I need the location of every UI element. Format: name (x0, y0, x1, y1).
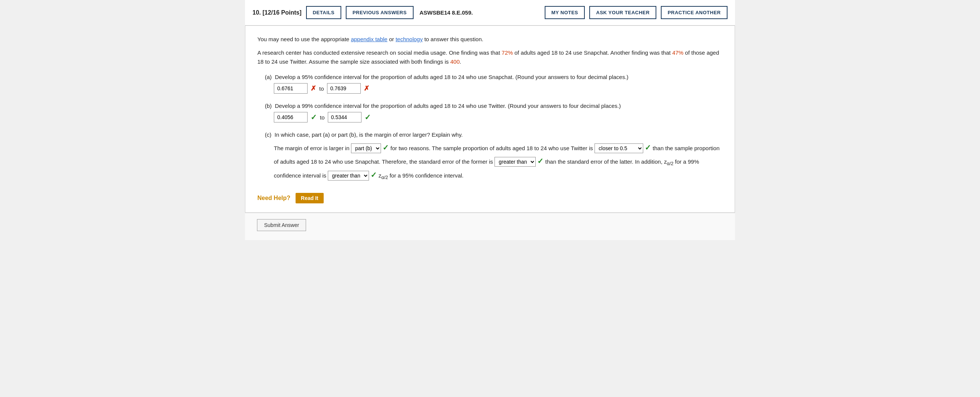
part-c-select4[interactable]: greater than less than equal to (328, 171, 369, 181)
part-c-select3-correct-icon: ✓ (537, 157, 544, 165)
appendix-link[interactable]: appendix table (351, 36, 388, 42)
part-c-select1[interactable]: part (b) part (a) (351, 143, 381, 153)
part-c-select1-correct-icon: ✓ (382, 143, 389, 152)
part-b-answer-row: 0.4056 ✓ to 0.5344 ✓ (274, 112, 723, 122)
technology-link[interactable]: technology (396, 36, 423, 42)
intro-text-1c: to answer this question. (423, 36, 483, 42)
part-b-input2[interactable]: 0.5344 (328, 112, 361, 122)
part-a-label: (a) Develop a 95% confidence interval fo… (265, 74, 723, 80)
part-b-to-label: to (320, 114, 325, 121)
intro-2-end: . (460, 59, 461, 65)
content-area: You may need to use the appropriate appe… (245, 25, 735, 213)
pct-72: 72% (502, 49, 513, 56)
part-c-letter: (c) (265, 132, 272, 138)
part-c-explanation: The margin of error is larger in part (b… (274, 141, 723, 182)
problem-id: ASWSBE14 8.E.059. (420, 10, 473, 16)
read-it-button[interactable]: Read It (296, 193, 324, 203)
right-buttons: MY NOTES ASK YOUR TEACHER PRACTICE ANOTH… (545, 6, 727, 19)
part-a-section: (a) Develop a 95% confidence interval fo… (265, 74, 723, 94)
submit-answer-button[interactable]: Submit Answer (257, 219, 306, 231)
part-c-select2[interactable]: closer to 0.5 farther from 0.5 (595, 143, 643, 153)
header-row: 10. [12/16 Points] DETAILS PREVIOUS ANSW… (245, 0, 735, 25)
my-notes-button[interactable]: MY NOTES (545, 6, 585, 19)
part-a-answer-row: 0.6761 ✗ to 0.7639 ✗ (274, 83, 723, 94)
part-c-line1-end: than the sample proportion (652, 145, 719, 151)
previous-answers-button[interactable]: PREVIOUS ANSWERS (346, 6, 414, 19)
intro-text-1b: or (387, 36, 396, 42)
intro-2-before72: A research center has conducted extensiv… (257, 49, 502, 56)
part-c-line2-before: of adults aged 18 to 24 who use Snapchat… (274, 159, 495, 165)
need-help-row: Need Help? Read It (257, 193, 723, 203)
part-c-select3[interactable]: greater than less than equal to (495, 157, 536, 167)
part-b-input1[interactable]: 0.4056 (274, 112, 307, 122)
part-a-input2[interactable]: 0.7639 (327, 83, 361, 94)
ask-teacher-button[interactable]: ASK YOUR TEACHER (589, 6, 656, 19)
part-c-label: (c) In which case, part (a) or part (b),… (265, 132, 723, 138)
part-b-section: (b) Develop a 99% confidence interval fo… (265, 103, 723, 122)
part-a-letter: (a) (265, 74, 272, 80)
part-a-input2-wrong-icon: ✗ (364, 84, 369, 92)
part-c-section: (c) In which case, part (a) or part (b),… (265, 132, 723, 182)
submit-area: Submit Answer (245, 213, 735, 240)
part-c-line1-before: The margin of error is larger in (274, 145, 351, 151)
need-help-label: Need Help? (257, 195, 290, 202)
practice-another-button[interactable]: PRACTICE ANOTHER (661, 6, 727, 19)
part-b-label: (b) Develop a 99% confidence interval fo… (265, 103, 723, 109)
part-b-input1-correct-icon: ✓ (310, 113, 317, 122)
intro-line1: You may need to use the appropriate appe… (257, 35, 723, 44)
part-b-input2-correct-icon: ✓ (364, 113, 371, 122)
part-c-line3-end: zα/2 for a 95% confidence interval. (379, 172, 464, 179)
part-a-input1-wrong-icon: ✗ (310, 84, 316, 92)
intro-line2: A research center has conducted extensiv… (257, 48, 723, 66)
intro-2-after72: of adults aged 18 to 24 use Snapchat. An… (513, 49, 672, 56)
part-c-line2-after: than the standard error of the latter. I… (546, 159, 699, 165)
question-label: 10. [12/16 Points] (253, 10, 302, 16)
part-b-letter: (b) (265, 103, 272, 109)
part-c-line1-after: for two reasons. The sample proportion o… (390, 145, 595, 151)
pct-47: 47% (672, 49, 683, 56)
part-b-text: Develop a 99% confidence interval for th… (275, 103, 621, 109)
part-c-select4-correct-icon: ✓ (371, 171, 377, 179)
part-c-text: In which case, part (a) or part (b), is … (275, 132, 463, 138)
part-a-to-label: to (319, 86, 324, 92)
part-c-select2-correct-icon: ✓ (645, 143, 651, 152)
part-a-text: Develop a 95% confidence interval for th… (275, 74, 628, 80)
sample-size: 400 (450, 59, 460, 65)
part-a-input1[interactable]: 0.6761 (274, 83, 307, 94)
part-c-line3-before: confidence interval is (274, 172, 328, 179)
intro-text-1: You may need to use the appropriate (257, 36, 351, 42)
details-button[interactable]: DETAILS (306, 6, 341, 19)
